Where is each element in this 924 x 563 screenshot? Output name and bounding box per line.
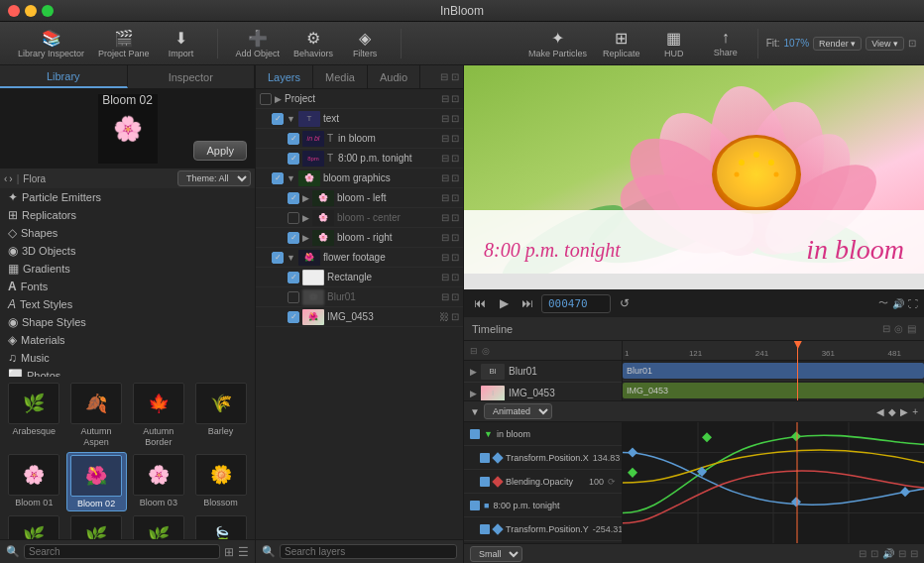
thumb-bloom01[interactable]: 🌸 Bloom 01 <box>4 452 64 512</box>
tab-layers[interactable]: Layers <box>256 65 313 88</box>
layer-in-bloom-checkbox[interactable]: ✓ <box>288 133 299 145</box>
layer-bloom-center[interactable]: ▶ 🌸 bloom - center ⊟ ⊡ <box>256 208 463 228</box>
layer-flower-footage-checkbox[interactable]: ✓ <box>272 252 284 264</box>
kf-position-y-checkbox[interactable] <box>480 524 490 534</box>
thumb-autumn-aspen[interactable]: 🍂 Autumn Aspen <box>66 381 127 450</box>
thumb-blossom[interactable]: 🌼 Blossom <box>190 452 251 512</box>
library-search-input[interactable] <box>24 544 220 559</box>
layer-800pm[interactable]: ✓ 8pm T 8:00 p.m. tonight ⊟ ⊡ <box>256 149 463 169</box>
maximize-button[interactable] <box>42 5 54 17</box>
layer-rectangle-checkbox[interactable]: ✓ <box>288 272 299 283</box>
grid-view-icon[interactable]: ⊞ <box>224 545 234 559</box>
loop-icon[interactable]: ↺ <box>615 293 635 313</box>
thumb-bloom02[interactable]: 🌺 Bloom 02 <box>66 452 127 512</box>
kf-800pm-checkbox[interactable] <box>470 501 480 510</box>
layer-img0453-checkbox[interactable]: ✓ <box>288 311 299 323</box>
tab-media[interactable]: Media <box>313 65 368 88</box>
layer-bloom-left[interactable]: ✓ ▶ 🌸 bloom - left ⊟ ⊡ <box>256 188 463 208</box>
thumb-branch02[interactable]: 🌿 Branch 02 <box>66 513 127 539</box>
blur01-clip[interactable]: Blur01 <box>623 363 924 379</box>
transport-play-icon[interactable]: ▶ <box>494 293 514 313</box>
minimize-button[interactable] <box>25 5 37 17</box>
tab-audio[interactable]: Audio <box>368 65 420 88</box>
replicate-button[interactable]: ⊞ Replicate <box>597 26 646 61</box>
layer-rectangle[interactable]: ✓ Rectangle ⊟ ⊡ <box>256 268 463 287</box>
kf-position-y-row[interactable]: Transform.Position.Y -254.31 ⟳ <box>464 517 622 541</box>
cat-photos[interactable]: ⬜ Photos <box>0 367 255 377</box>
layer-800pm-checkbox[interactable]: ✓ <box>288 153 299 165</box>
forward-button[interactable]: › <box>9 173 12 184</box>
list-view-icon[interactable]: ☰ <box>238 545 249 559</box>
share-button[interactable]: ↑ Share <box>702 26 750 61</box>
cat-particle-emitters[interactable]: ✦ Particle Emitters <box>0 188 255 206</box>
cat-shape-styles[interactable]: ◉ Shape Styles <box>0 313 255 331</box>
cat-shapes[interactable]: ◇ Shapes <box>0 224 255 242</box>
import-button[interactable]: ⬇ Import <box>158 26 205 61</box>
thumb-branch03[interactable]: 🌿 Branch 03 <box>129 513 189 539</box>
add-object-button[interactable]: ➕ Add Object <box>230 26 287 61</box>
cat-materials[interactable]: ◈ Materials <box>0 331 255 349</box>
layer-project-checkbox[interactable] <box>260 93 272 105</box>
theme-select[interactable]: Theme: All <box>177 170 251 186</box>
layer-bloom-right-checkbox[interactable]: ✓ <box>288 232 299 244</box>
layer-text-checkbox[interactable]: ✓ <box>272 113 284 125</box>
kf-btn-3[interactable]: ▶ <box>900 406 908 417</box>
make-particles-button[interactable]: ✦ Make Particles <box>522 26 593 61</box>
kf-800pm-row[interactable]: ■ 8:00 p.m. tonight <box>464 494 622 517</box>
fullscreen-icon[interactable]: ⛶ <box>908 298 918 309</box>
kf-btn-1[interactable]: ◀ <box>876 406 884 417</box>
layers-search-input[interactable] <box>280 544 457 559</box>
project-pane-button[interactable]: 🎬 Project Pane <box>92 26 156 61</box>
blur01-track-label[interactable]: ▶ Bl Blur01 <box>464 361 622 383</box>
tab-inspector[interactable]: Inspector <box>128 65 256 88</box>
timecode-input[interactable] <box>541 294 611 313</box>
kf-add-icon[interactable]: + <box>912 406 918 417</box>
apply-button[interactable]: Apply <box>193 141 247 161</box>
kf-btn-2[interactable]: ◆ <box>888 406 896 417</box>
layer-bloom-left-checkbox[interactable]: ✓ <box>288 192 299 204</box>
kf-opacity-row[interactable]: Blending.Opacity 100 ⟳ <box>464 470 622 494</box>
close-button[interactable] <box>8 5 20 17</box>
speaker-icon[interactable]: 🔊 <box>892 298 904 309</box>
fit-value[interactable]: 107% <box>784 38 810 49</box>
size-icon-3[interactable]: 🔊 <box>882 548 894 559</box>
kf-in-bloom-row[interactable]: ▼ in bloom <box>464 422 622 446</box>
cat-music[interactable]: ♫ Music <box>0 349 255 367</box>
size-select[interactable]: Small <box>470 546 522 562</box>
layer-blur01-checkbox[interactable] <box>288 291 299 303</box>
cat-text-styles[interactable]: A Text Styles <box>0 295 255 313</box>
kf-position-x-row[interactable]: Transform.Position.X 134.83 ⟳ <box>464 446 622 470</box>
tab-library[interactable]: Library <box>0 65 128 88</box>
back-button[interactable]: ‹ <box>4 173 7 184</box>
transport-forward-icon[interactable]: ⏭ <box>518 293 537 313</box>
layer-bloom-center-checkbox[interactable] <box>288 212 299 224</box>
thumb-branch01[interactable]: 🌿 Branch 01 <box>4 513 64 539</box>
cat-fonts[interactable]: A Fonts <box>0 278 255 295</box>
hud-button[interactable]: ▦ HUD <box>650 26 698 61</box>
cat-3d-objects[interactable]: ◉ 3D Objects <box>0 242 255 260</box>
behaviors-button[interactable]: ⚙ Behaviors <box>288 26 339 61</box>
layer-project[interactable]: ▶ Project ⊟ ⊡ <box>256 89 463 109</box>
thumb-branch04[interactable]: 🍃 Branch 04 <box>190 513 251 539</box>
layer-bloom-right[interactable]: ✓ ▶ 🌸 bloom - right ⊟ ⊡ <box>256 228 463 248</box>
filters-button[interactable]: ◈ Filters <box>341 26 389 61</box>
render-button[interactable]: Render ▾ <box>813 37 862 51</box>
layer-bloom-graphics[interactable]: ✓ ▼ 🌸 bloom graphics ⊟ ⊡ <box>256 169 463 188</box>
layer-img0453[interactable]: ✓ 🌺 IMG_0453 ⛓ ⊡ <box>256 307 463 327</box>
layer-text-group[interactable]: ✓ ▼ T text ⊟ ⊡ <box>256 109 463 129</box>
layer-bloom-graphics-checkbox[interactable]: ✓ <box>272 172 284 184</box>
cat-replicators[interactable]: ⊞ Replicators <box>0 206 255 224</box>
kf-opacity-checkbox[interactable] <box>480 477 490 487</box>
cat-gradients[interactable]: ▦ Gradients <box>0 260 255 278</box>
transport-rewind-icon[interactable]: ⏮ <box>470 293 490 313</box>
img0453-clip[interactable]: IMG_0453 <box>623 383 924 398</box>
layer-in-bloom[interactable]: ✓ in bl T in bloom ⊟ ⊡ <box>256 129 463 149</box>
thumb-arabesque[interactable]: 🌿 Arabesque <box>4 381 64 450</box>
thumb-autumn-border[interactable]: 🍁 Autumn Border <box>129 381 189 450</box>
animated-select[interactable]: Animated <box>484 403 552 419</box>
view-button[interactable]: View ▾ <box>866 37 904 51</box>
kf-in-bloom-checkbox[interactable] <box>470 429 480 439</box>
library-inspector-button[interactable]: 📚 Library Inspector <box>12 26 90 61</box>
kf-position-x-checkbox[interactable] <box>480 453 490 463</box>
thumb-bloom03[interactable]: 🌸 Bloom 03 <box>129 452 189 512</box>
